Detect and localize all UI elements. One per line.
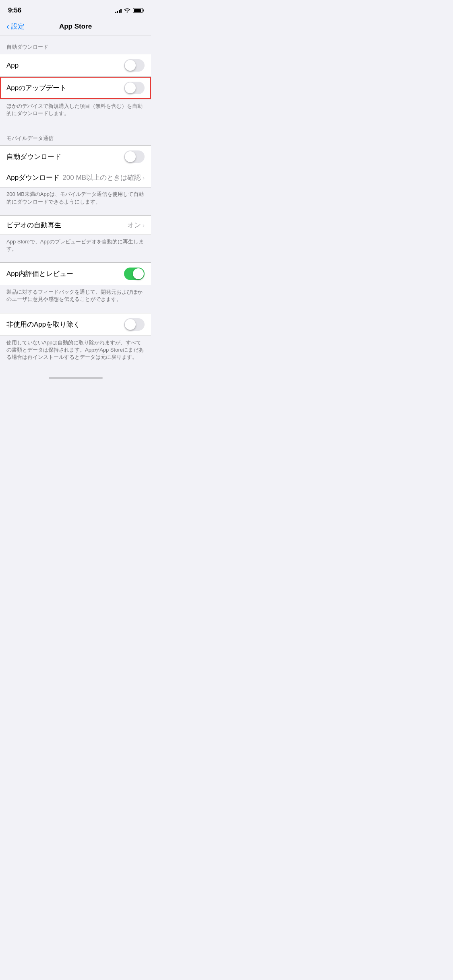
- chevron-right-icon: ›: [143, 222, 145, 229]
- app-download-size-label: Appダウンロード: [6, 173, 60, 182]
- back-label: 設定: [11, 22, 25, 31]
- video-autoplay-value: オン ›: [127, 220, 145, 230]
- in-app-ratings-row: App内評価とレビュー: [0, 263, 151, 285]
- in-app-ratings-toggle[interactable]: [124, 268, 145, 280]
- video-autoplay-desc: App Storeで、Appのプレビュービデオを自動的に再生します。: [0, 235, 151, 259]
- app-download-size-row[interactable]: Appダウンロード 200 MB以上のときは確認 ›: [0, 168, 151, 187]
- toggle-knob: [125, 319, 136, 330]
- in-app-ratings-label: App内評価とレビュー: [6, 269, 73, 278]
- settings-content: 自動ダウンロード App Appのアップデート ほかのデバイスで新規購入した項目…: [0, 35, 151, 367]
- auto-download-group: App Appのアップデート: [0, 54, 151, 99]
- nav-bar: ‹ 設定 App Store: [0, 18, 151, 35]
- auto-download-mobile-label: 自動ダウンロード: [6, 152, 61, 161]
- status-icons: [115, 8, 143, 14]
- signal-icon: [115, 8, 122, 13]
- back-chevron-icon: ‹: [6, 22, 9, 30]
- status-time: 9:56: [8, 6, 21, 14]
- chevron-right-icon: ›: [143, 174, 145, 181]
- offload-apps-desc: 使用していないAppは自動的に取り除かれますが、すべての書類とデータは保持されま…: [0, 336, 151, 368]
- offload-apps-group: 非使用のAppを取り除く: [0, 313, 151, 336]
- toggle-knob: [125, 82, 136, 93]
- home-bar: [49, 377, 103, 379]
- offload-apps-toggle[interactable]: [124, 318, 145, 331]
- wifi-icon: [124, 8, 130, 14]
- offload-apps-row: 非使用のAppを取り除く: [0, 313, 151, 336]
- in-app-ratings-desc: 製品に対するフィードバックを通じて、開発元およびほかのユーザに意見や感想を伝える…: [0, 285, 151, 309]
- auto-download-mobile-row: 自動ダウンロード: [0, 146, 151, 168]
- page-title: App Store: [59, 23, 92, 31]
- app-updates-label: Appのアップデート: [6, 83, 66, 93]
- battery-icon: [133, 8, 143, 13]
- app-updates-toggle[interactable]: [124, 82, 145, 94]
- app-auto-download-toggle[interactable]: [124, 59, 145, 72]
- toggle-knob: [133, 268, 144, 279]
- video-autoplay-group: ビデオの自動再生 オン ›: [0, 215, 151, 235]
- app-auto-download-label: App: [6, 62, 19, 70]
- home-indicator: [0, 374, 151, 382]
- auto-download-mobile-toggle[interactable]: [124, 150, 145, 163]
- section-header-auto-download: 自動ダウンロード: [0, 35, 151, 54]
- toggle-knob: [125, 60, 136, 71]
- video-autoplay-row[interactable]: ビデオの自動再生 オン ›: [0, 216, 151, 235]
- mobile-data-group: 自動ダウンロード Appダウンロード 200 MB以上のときは確認 ›: [0, 145, 151, 187]
- toggle-knob: [125, 151, 136, 162]
- video-autoplay-label: ビデオの自動再生: [6, 220, 61, 230]
- app-updates-row: Appのアップデート: [0, 77, 151, 99]
- section-header-mobile-data: モバイルデータ通信: [0, 127, 151, 145]
- back-button[interactable]: ‹ 設定: [6, 22, 25, 31]
- mobile-data-desc: 200 MB未満のAppは、モバイルデータ通信を使用して自動的にダウンロードでき…: [0, 187, 151, 212]
- auto-download-desc: ほかのデバイスで新規購入した項目（無料を含む）を自動的にダウンロードします。: [0, 99, 151, 124]
- app-auto-download-row: App: [0, 54, 151, 77]
- offload-apps-label: 非使用のAppを取り除く: [6, 320, 80, 329]
- status-bar: 9:56: [0, 0, 151, 18]
- app-download-size-value: 200 MB以上のときは確認 ›: [62, 173, 145, 182]
- in-app-ratings-group: App内評価とレビュー: [0, 262, 151, 285]
